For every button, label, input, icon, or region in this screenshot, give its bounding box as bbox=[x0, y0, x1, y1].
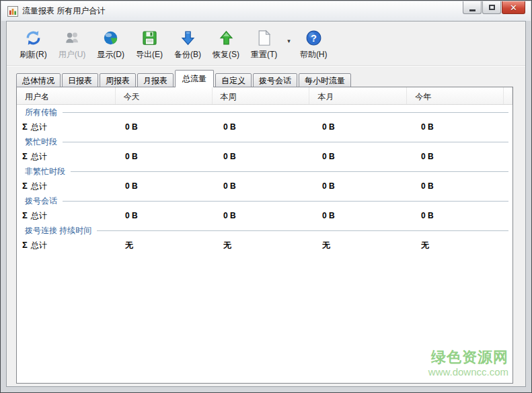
value-cell: 0 B bbox=[117, 181, 215, 191]
backup-icon bbox=[180, 27, 196, 48]
display-button[interactable]: 显示(D) bbox=[92, 25, 129, 62]
maximize-button[interactable] bbox=[482, 1, 501, 14]
table-row[interactable]: Σ总计0 B0 B0 B0 B bbox=[17, 149, 512, 164]
row-total-label: Σ总计 bbox=[17, 240, 117, 251]
value-cell: 0 B bbox=[314, 211, 413, 220]
tab-自定义[interactable]: 自定义 bbox=[215, 73, 252, 87]
watermark: 绿色资源网 www.downcc.com bbox=[428, 349, 508, 378]
refresh-button[interactable]: 刷新(R) bbox=[15, 25, 52, 62]
close-button[interactable]: ✕ bbox=[502, 1, 525, 14]
window-controls: ✕ bbox=[462, 1, 525, 14]
value-cell: 0 B bbox=[314, 181, 413, 191]
watermark-site-name: 绿色资源网 bbox=[428, 349, 508, 365]
sigma-icon: Σ bbox=[22, 181, 28, 191]
group-name: 拨号会话 bbox=[25, 195, 57, 207]
value-cell: 0 B bbox=[314, 122, 413, 132]
column-header-本月[interactable]: 本月 bbox=[309, 87, 407, 104]
group-name: 拨号连接 持续时间 bbox=[25, 225, 91, 236]
svg-text:?: ? bbox=[311, 32, 317, 43]
backup-button-label: 备份(B) bbox=[174, 49, 201, 60]
tab-总体情况[interactable]: 总体情况 bbox=[16, 73, 61, 87]
users-button-label: 用户(U) bbox=[59, 49, 86, 60]
group-header-row: 拨号连接 持续时间 bbox=[17, 223, 512, 238]
display-button-label: 显示(D) bbox=[97, 49, 124, 60]
group-divider-line bbox=[63, 201, 508, 202]
backup-button[interactable]: 备份(B) bbox=[169, 25, 206, 62]
refresh-icon bbox=[24, 27, 42, 48]
group-header-row: 非繁忙时段 bbox=[17, 164, 512, 179]
row-total-label: Σ总计 bbox=[17, 151, 117, 163]
value-cell: 0 B bbox=[413, 152, 511, 161]
column-header-用户名[interactable]: 用户名 bbox=[17, 87, 116, 104]
table-row[interactable]: Σ总计0 B0 B0 B0 B bbox=[17, 179, 512, 193]
title-bar: 流量报表 所有用户合计 bbox=[1, 1, 531, 21]
group-divider-line bbox=[63, 142, 508, 142]
value-cell: 0 B bbox=[314, 152, 413, 161]
table-row[interactable]: Σ总计0 B0 B0 B0 B bbox=[17, 208, 512, 223]
window-title: 流量报表 所有用户合计 bbox=[22, 5, 105, 17]
export-icon bbox=[141, 27, 159, 48]
help-button[interactable]: ?帮助(H) bbox=[295, 25, 332, 62]
reset-dropdown-arrow-icon[interactable]: ▾ bbox=[284, 38, 294, 44]
tab-月报表[interactable]: 月报表 bbox=[137, 73, 174, 87]
window-content: 刷新(R)用户(U)显示(D)导出(E)备份(B)恢复(S)重置(T)▾?帮助(… bbox=[6, 21, 526, 387]
row-total-label: Σ总计 bbox=[17, 122, 117, 133]
watermark-site-url: www.downcc.com bbox=[428, 366, 508, 378]
group-header-row: 拨号会话 bbox=[17, 193, 512, 208]
tab-周报表[interactable]: 周报表 bbox=[100, 73, 136, 87]
value-cell: 0 B bbox=[215, 152, 314, 161]
users-icon bbox=[63, 27, 81, 48]
sigma-icon: Σ bbox=[22, 122, 28, 132]
close-icon: ✕ bbox=[510, 3, 517, 12]
column-header-今年[interactable]: 今年 bbox=[407, 87, 504, 104]
value-cell: 0 B bbox=[413, 181, 511, 191]
reset-button[interactable]: 重置(T) bbox=[246, 25, 282, 62]
group-name: 繁忙时段 bbox=[25, 136, 57, 148]
table-body: 所有传输Σ总计0 B0 B0 B0 B繁忙时段Σ总计0 B0 B0 B0 B非繁… bbox=[17, 105, 512, 253]
sigma-icon: Σ bbox=[22, 151, 28, 161]
maximize-icon bbox=[489, 5, 495, 10]
value-cell: 0 B bbox=[117, 211, 215, 220]
value-cell: 0 B bbox=[215, 181, 314, 191]
tab-总流量[interactable]: 总流量 bbox=[175, 70, 214, 87]
table-header-row: 用户名今天本周本月今年 bbox=[17, 87, 512, 105]
group-divider-line bbox=[71, 171, 508, 172]
table-row[interactable]: Σ总计无无无无 bbox=[17, 238, 512, 253]
reset-button-label: 重置(T) bbox=[251, 49, 277, 60]
help-icon: ? bbox=[305, 27, 323, 48]
refresh-button-label: 刷新(R) bbox=[20, 49, 47, 60]
value-cell: 无 bbox=[413, 240, 511, 251]
tab-拨号会话[interactable]: 拨号会话 bbox=[253, 73, 297, 87]
group-divider-line bbox=[97, 230, 508, 231]
reset-icon bbox=[255, 27, 273, 48]
help-button-label: 帮助(H) bbox=[300, 49, 328, 60]
export-button-label: 导出(E) bbox=[136, 49, 163, 60]
minimize-icon bbox=[469, 9, 476, 11]
column-header-今天[interactable]: 今天 bbox=[116, 87, 213, 104]
group-name: 非繁忙时段 bbox=[25, 166, 65, 177]
tab-bar: 总体情况日报表周报表月报表总流量自定义拨号会话每小时流量 bbox=[16, 70, 513, 87]
row-total-label: Σ总计 bbox=[17, 181, 117, 192]
group-header-row: 繁忙时段 bbox=[17, 134, 512, 149]
export-button[interactable]: 导出(E) bbox=[131, 25, 167, 62]
value-cell: 0 B bbox=[413, 122, 511, 132]
bar-chart-icon bbox=[7, 6, 18, 17]
group-name: 所有传输 bbox=[25, 107, 57, 118]
users-button: 用户(U) bbox=[54, 25, 91, 62]
tab-每小时流量[interactable]: 每小时流量 bbox=[299, 73, 351, 87]
restore-button[interactable]: 恢复(S) bbox=[208, 25, 244, 62]
column-header-本周[interactable]: 本周 bbox=[213, 87, 310, 104]
group-header-row: 所有传输 bbox=[17, 105, 512, 120]
table-row[interactable]: Σ总计0 B0 B0 B0 B bbox=[17, 120, 512, 134]
value-cell: 无 bbox=[314, 240, 413, 251]
value-cell: 0 B bbox=[413, 211, 511, 220]
value-cell: 无 bbox=[117, 240, 215, 251]
sigma-icon: Σ bbox=[22, 240, 28, 250]
display-icon bbox=[102, 27, 120, 48]
tab-日报表[interactable]: 日报表 bbox=[62, 73, 98, 87]
minimize-button[interactable] bbox=[463, 1, 482, 14]
value-cell: 0 B bbox=[117, 152, 215, 161]
column-header-filler bbox=[504, 87, 512, 104]
row-total-label: Σ总计 bbox=[17, 210, 117, 222]
sigma-icon: Σ bbox=[22, 210, 28, 220]
